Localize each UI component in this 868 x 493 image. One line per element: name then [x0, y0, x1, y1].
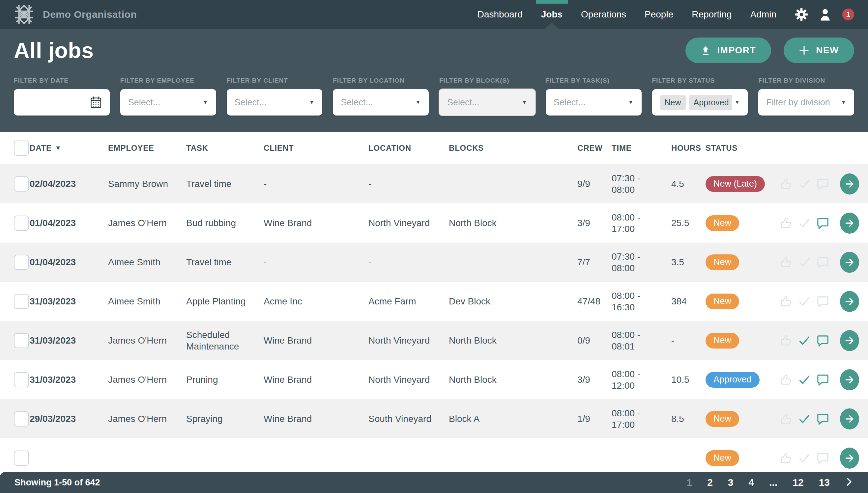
user-profile-icon[interactable]	[819, 8, 831, 21]
open-job-arrow-button[interactable]	[840, 330, 859, 351]
open-job-arrow-button[interactable]	[840, 252, 859, 273]
page-1[interactable]: 1	[686, 477, 692, 488]
thumbs-up-icon[interactable]	[779, 256, 792, 269]
thumbs-up-icon[interactable]	[779, 452, 792, 465]
comment-icon[interactable]	[816, 256, 829, 269]
notification-badge[interactable]: 1	[842, 8, 854, 20]
nav-operations[interactable]: Operations	[581, 0, 626, 29]
thumbs-up-icon[interactable]	[779, 334, 792, 347]
open-job-arrow-button[interactable]	[840, 408, 859, 429]
chevron-down-icon: ▼	[415, 99, 421, 106]
row-checkbox[interactable]	[14, 372, 29, 387]
division-select[interactable]: Filter by division ▼	[758, 89, 854, 115]
settings-gear-icon[interactable]	[795, 8, 808, 21]
approve-check-icon[interactable]	[798, 452, 811, 465]
brand[interactable]: Demo Organisation	[14, 4, 137, 25]
column-hours[interactable]: HOURS	[671, 144, 706, 153]
comment-icon[interactable]	[816, 295, 829, 308]
page-13[interactable]: 13	[819, 477, 830, 488]
column-client[interactable]: CLIENT	[264, 144, 368, 153]
blocks-select[interactable]: Select... ▼	[439, 89, 535, 115]
table-row[interactable]: 31/03/2023 James O'Hern Scheduled Mainte…	[0, 321, 868, 360]
table-row[interactable]: 01/04/2023 James O'Hern Bud rubbing Wine…	[0, 203, 868, 242]
column-task[interactable]: TASK	[186, 144, 264, 153]
plus-icon	[799, 45, 809, 56]
client-select[interactable]: Select... ▼	[227, 89, 323, 115]
import-button[interactable]: IMPORT	[685, 38, 771, 63]
comment-icon[interactable]	[816, 373, 829, 386]
select-all-checkbox[interactable]	[14, 141, 29, 156]
table-row[interactable]: 29/03/2023 James O'Hern Spraying Wine Br…	[0, 399, 868, 438]
column-time[interactable]: TIME	[612, 144, 671, 153]
page-3[interactable]: 3	[728, 477, 733, 488]
filter-status: Filter by status New Approved Cor ▼	[652, 77, 748, 115]
row-checkbox[interactable]	[14, 294, 29, 309]
comment-icon[interactable]	[816, 217, 829, 230]
nav-admin[interactable]: Admin	[750, 0, 776, 29]
filter-location: Filter by location Select... ▼	[333, 77, 429, 115]
approve-check-icon[interactable]	[798, 373, 811, 386]
cell-date: 01/04/2023	[30, 256, 108, 268]
page-4[interactable]: 4	[749, 477, 754, 488]
open-job-arrow-button[interactable]	[840, 173, 859, 194]
approve-check-icon[interactable]	[798, 295, 811, 308]
column-status[interactable]: STATUS	[706, 144, 779, 153]
row-checkbox[interactable]	[14, 411, 29, 427]
page-12[interactable]: 12	[792, 477, 803, 488]
table-row[interactable]: 31/03/2023 James O'Hern Pruning Wine Bra…	[0, 360, 868, 399]
nav-people[interactable]: People	[645, 0, 673, 29]
approve-check-icon[interactable]	[798, 217, 811, 230]
comment-icon[interactable]	[816, 452, 829, 465]
open-job-arrow-button[interactable]	[840, 213, 859, 234]
column-employee[interactable]: EMPLOYEE	[108, 144, 186, 153]
column-date[interactable]: DATE▼	[30, 144, 108, 153]
chevron-down-icon: ▼	[309, 99, 315, 106]
hero-section: All jobs IMPORT	[0, 29, 868, 132]
row-checkbox[interactable]	[14, 333, 29, 348]
column-location[interactable]: LOCATION	[368, 144, 449, 153]
approve-check-icon[interactable]	[798, 334, 811, 347]
new-button[interactable]: NEW	[784, 38, 854, 63]
chevron-down-icon: ▼	[841, 99, 846, 106]
nav-jobs[interactable]: Jobs	[541, 0, 563, 29]
employee-select[interactable]: Select... ▼	[120, 89, 216, 115]
location-select[interactable]: Select... ▼	[333, 89, 429, 115]
snowflake-logo-icon	[14, 4, 34, 25]
status-chip-approved[interactable]: Approved	[689, 95, 732, 110]
row-checkbox[interactable]	[14, 216, 29, 231]
status-chip-new[interactable]: New	[660, 95, 686, 110]
page-2[interactable]: 2	[707, 477, 713, 488]
thumbs-up-icon[interactable]	[779, 295, 792, 308]
filter-tasks: Filter by task(s) Select... ▼	[546, 77, 642, 115]
column-crew[interactable]: CREW	[577, 144, 612, 153]
table-row[interactable]: 01/04/2023 Aimee Smith Travel time - - 7…	[0, 242, 868, 282]
cell-time: 08:00 - 12:00	[612, 368, 671, 391]
tasks-select[interactable]: Select... ▼	[546, 89, 642, 115]
date-input[interactable]	[14, 89, 110, 115]
open-job-arrow-button[interactable]	[840, 448, 859, 469]
comment-icon[interactable]	[816, 177, 829, 191]
row-checkbox[interactable]	[14, 176, 29, 192]
open-job-arrow-button[interactable]	[840, 369, 859, 390]
nav-reporting[interactable]: Reporting	[692, 0, 731, 29]
column-blocks[interactable]: BLOCKS	[449, 144, 577, 153]
table-row[interactable]: 31/03/2023 Aimee Smith Apple Planting Ac…	[0, 282, 868, 321]
next-page-chevron-icon[interactable]	[845, 477, 853, 488]
status-badge: Approved	[706, 372, 760, 388]
comment-icon[interactable]	[816, 412, 829, 426]
table-row[interactable]: 02/04/2023 Sammy Brown Travel time - - 9…	[0, 164, 868, 203]
thumbs-up-icon[interactable]	[779, 412, 792, 426]
nav-dashboard[interactable]: Dashboard	[478, 0, 523, 29]
page-ellipsis: ...	[769, 477, 778, 488]
thumbs-up-icon[interactable]	[779, 373, 792, 386]
open-job-arrow-button[interactable]	[840, 291, 859, 312]
comment-icon[interactable]	[816, 334, 829, 347]
approve-check-icon[interactable]	[798, 177, 811, 191]
approve-check-icon[interactable]	[798, 412, 811, 426]
row-checkbox[interactable]	[14, 255, 29, 270]
row-checkbox[interactable]	[14, 451, 29, 466]
status-select[interactable]: New Approved Cor ▼	[652, 89, 748, 115]
thumbs-up-icon[interactable]	[779, 217, 792, 230]
thumbs-up-icon[interactable]	[779, 177, 792, 191]
approve-check-icon[interactable]	[798, 256, 811, 269]
